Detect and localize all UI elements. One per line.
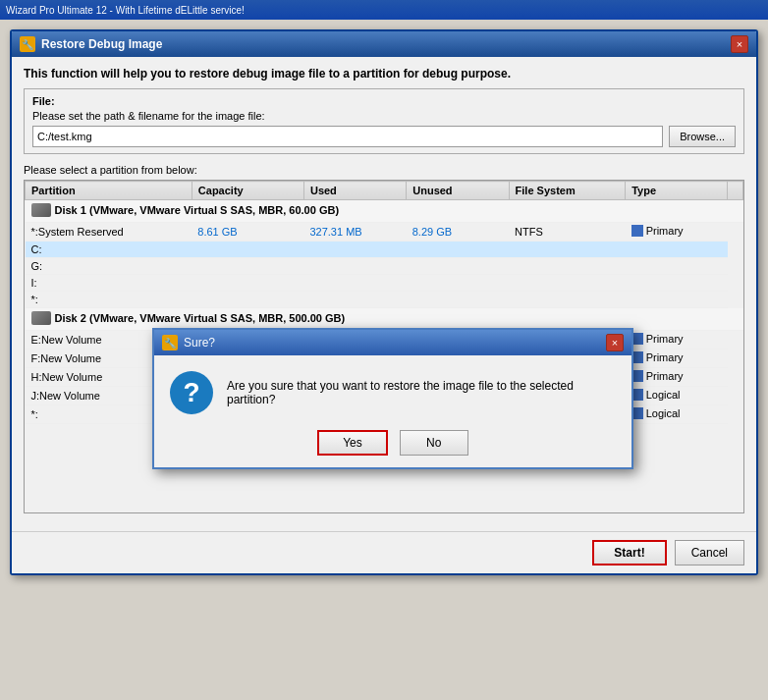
partition-table-container[interactable]: Partition Capacity Used Unused File Syst…	[24, 180, 744, 513]
question-icon: ?	[170, 371, 213, 414]
file-path-input[interactable]	[32, 126, 663, 147]
modal-message: Are you sure that you want to restore th…	[227, 379, 616, 406]
window-content: This function will help you to restore d…	[12, 57, 756, 531]
modal-close-button[interactable]: ×	[606, 334, 624, 351]
modal-body: ? Are you sure that you want to restore …	[154, 355, 631, 426]
modal-title-bar: 🔧 Sure? ×	[154, 330, 631, 355]
partition-section: Please select a partition from below: Pa…	[24, 164, 744, 513]
start-button[interactable]: Start!	[592, 540, 666, 565]
no-button[interactable]: No	[400, 430, 468, 456]
cancel-button[interactable]: Cancel	[675, 540, 744, 565]
modal-icon: 🔧	[162, 335, 178, 350]
modal-overlay: 🔧 Sure? × ? Are you sure that you want t…	[25, 181, 743, 512]
taskbar: Wizard Pro Ultimate 12 - With Lifetime d…	[0, 0, 768, 20]
partition-label: Please select a partition from below:	[24, 164, 744, 176]
path-prompt: Please set the path & filename for the i…	[32, 110, 736, 122]
title-bar: 🔧 Restore Debug Image ×	[12, 31, 756, 57]
window-icon: 🔧	[20, 36, 35, 52]
modal-title-text: Sure?	[184, 336, 215, 350]
file-input-row: Browse...	[32, 126, 736, 147]
confirm-dialog: 🔧 Sure? × ? Are you sure that you want t…	[152, 328, 633, 469]
yes-button[interactable]: Yes	[317, 430, 388, 456]
browse-button[interactable]: Browse...	[669, 126, 736, 147]
modal-buttons: Yes No	[154, 426, 631, 467]
window-title: Restore Debug Image	[41, 37, 162, 51]
file-label: File:	[32, 95, 736, 107]
main-window: 🔧 Restore Debug Image × This function wi…	[10, 29, 758, 575]
title-bar-left: 🔧 Restore Debug Image	[20, 36, 162, 52]
file-section: File: Please set the path & filename for…	[24, 88, 744, 154]
taskbar-text: Wizard Pro Ultimate 12 - With Lifetime d…	[6, 5, 245, 16]
bottom-bar: Start! Cancel	[12, 531, 756, 573]
window-close-button[interactable]: ×	[731, 35, 748, 53]
modal-title-left: 🔧 Sure?	[162, 335, 215, 350]
page-description: This function will help you to restore d…	[24, 67, 744, 81]
